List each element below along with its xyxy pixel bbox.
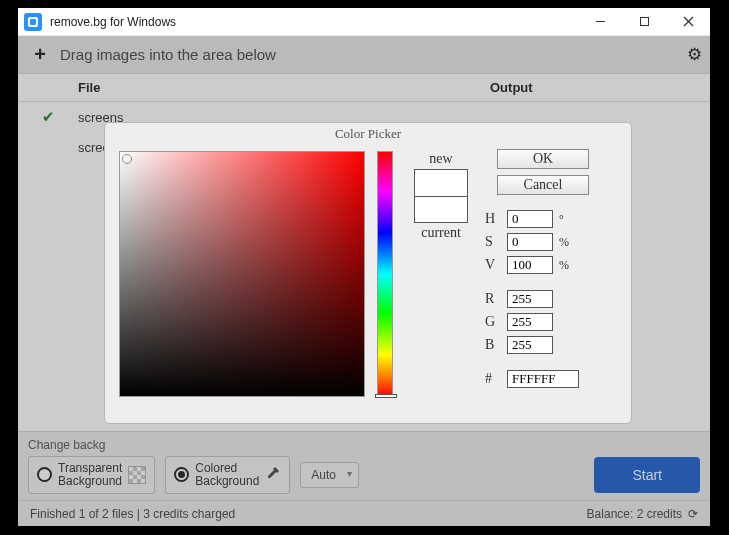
g-input[interactable] bbox=[507, 313, 553, 331]
v-input[interactable] bbox=[507, 256, 553, 274]
ok-button[interactable]: OK bbox=[497, 149, 589, 169]
v-label: V bbox=[485, 257, 501, 273]
svg-rect-3 bbox=[640, 18, 648, 26]
cancel-button[interactable]: Cancel bbox=[497, 175, 589, 195]
maximize-button[interactable] bbox=[622, 8, 666, 36]
s-unit: % bbox=[559, 235, 577, 250]
minimize-button[interactable] bbox=[578, 8, 622, 36]
window-title: remove.bg for Windows bbox=[50, 15, 176, 29]
color-picker-dialog: Color Picker new current OK Cancel H ° S bbox=[104, 122, 632, 424]
hex-label: # bbox=[485, 371, 501, 387]
r-label: R bbox=[485, 291, 501, 307]
hue-cursor-icon[interactable] bbox=[375, 394, 397, 398]
r-input[interactable] bbox=[507, 290, 553, 308]
s-label: S bbox=[485, 234, 501, 250]
b-label: B bbox=[485, 337, 501, 353]
current-label: current bbox=[409, 225, 473, 241]
h-input[interactable] bbox=[507, 210, 553, 228]
sv-cursor-icon[interactable] bbox=[122, 154, 132, 164]
hex-input[interactable] bbox=[507, 370, 579, 388]
close-button[interactable] bbox=[666, 8, 710, 36]
h-label: H bbox=[485, 211, 501, 227]
b-input[interactable] bbox=[507, 336, 553, 354]
h-unit: ° bbox=[559, 212, 577, 227]
hue-slider[interactable] bbox=[377, 151, 393, 397]
saturation-value-picker[interactable] bbox=[119, 151, 365, 397]
svg-rect-1 bbox=[30, 19, 36, 25]
v-unit: % bbox=[559, 258, 577, 273]
color-swatch bbox=[414, 169, 468, 223]
new-label: new bbox=[409, 151, 473, 167]
app-icon bbox=[24, 13, 42, 31]
titlebar: remove.bg for Windows bbox=[18, 8, 710, 36]
dialog-title: Color Picker bbox=[105, 123, 631, 145]
s-input[interactable] bbox=[507, 233, 553, 251]
g-label: G bbox=[485, 314, 501, 330]
